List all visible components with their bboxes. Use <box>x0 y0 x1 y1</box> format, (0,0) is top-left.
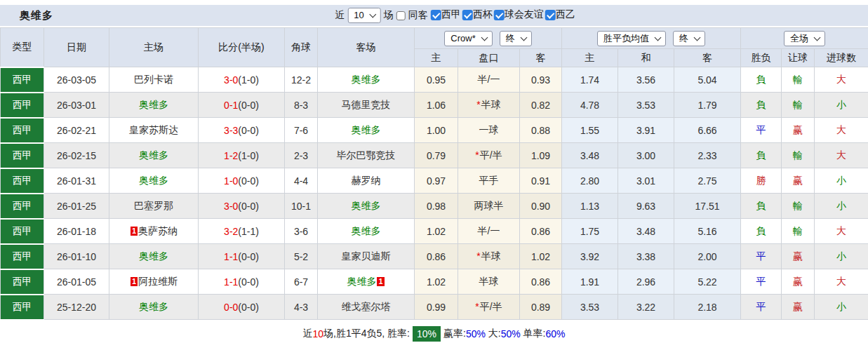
corners-cell: 4-4 <box>285 168 318 194</box>
league-checkbox[interactable] <box>462 10 473 20</box>
summary-text: 近 <box>302 328 312 340</box>
team-name: 赫罗纳 <box>352 175 381 186</box>
bookmaker-select-value: Crow* <box>450 33 475 43</box>
asian-away-odds-cell: 0.90 <box>520 194 562 219</box>
match-history-widget: 奥维多 近 10 场 同客 西甲西杯球会友谊西乙 类型 日期 主场 比分(半场)… <box>0 0 868 348</box>
score-full: 0-1 <box>224 100 238 111</box>
corners-cell: 5-2 <box>285 244 318 269</box>
asian-away-odds-cell: 0.91 <box>520 168 562 194</box>
result-cell: 負 <box>741 93 782 118</box>
score-cell: 0-1(0-0) <box>199 93 285 118</box>
avg-odds-select[interactable]: 胜平负均值 <box>597 31 666 46</box>
result-cell: 負 <box>741 194 782 219</box>
score-cell: 1-1(0-0) <box>199 244 285 269</box>
goals-result-cell: 大 <box>815 143 868 168</box>
score-cell: 3-0(1-0) <box>199 67 285 93</box>
league-filter: 西乙 <box>545 8 575 21</box>
avg-odds-select-value: 胜平负均值 <box>603 33 649 43</box>
goals-result-cell: 大 <box>815 269 868 295</box>
goals-result-cell: 小 <box>815 168 868 194</box>
win-rate-badge: 10% <box>413 326 441 342</box>
same-away-label: 同客 <box>408 9 428 22</box>
away-team-cell: 赫罗纳 <box>318 168 415 194</box>
goals-result-cell: 大 <box>815 219 868 244</box>
score-half: (1-0) <box>238 74 259 86</box>
subcol-avg-away: 客 <box>674 49 741 67</box>
avg-away-odds-cell: 2.75 <box>674 168 741 194</box>
asian-odds-time-value: 终 <box>506 33 515 43</box>
score-cell: 3-0(0-0) <box>199 194 285 219</box>
red-card-badge: 1 <box>131 277 138 286</box>
goals-result-cell: 大 <box>815 67 868 93</box>
away-team-cell: 皇家贝迪斯 <box>318 244 415 269</box>
team-name: 皇家贝迪斯 <box>342 250 391 262</box>
avg-draw-odds-cell: 3.01 <box>618 168 674 194</box>
league-cell: 西甲 <box>1 118 44 143</box>
asian-home-odds-cell: 1.02 <box>415 269 458 295</box>
asian-away-odds-cell: 1.02 <box>520 244 562 269</box>
avg-odds-time-select[interactable]: 终 <box>673 31 705 46</box>
avg-away-odds-cell: 2.33 <box>674 143 741 168</box>
avg-away-odds-cell: 17.51 <box>674 194 741 219</box>
match-table-body: 西甲26-03-05巴列卡诺3-0(1-0)12-2奥维多0.95半/一0.93… <box>1 67 868 320</box>
handicap-line-cell: 一球 <box>458 118 520 143</box>
team-name: 奥维多 <box>352 124 381 135</box>
goals-result-cell: 小 <box>815 244 868 269</box>
team-name: 奥维多 <box>139 149 168 161</box>
avg-home-odds-cell: 3.48 <box>562 143 618 168</box>
page-title: 奥维多 <box>20 9 53 22</box>
handicap-line-cell: *半球 <box>458 244 520 269</box>
league-checkbox[interactable] <box>494 10 505 20</box>
league-checkbox[interactable] <box>431 10 441 20</box>
handicap-result-cell: 赢 <box>782 244 815 269</box>
asian-away-odds-cell: 0.89 <box>520 295 562 320</box>
league-cell: 西甲 <box>1 194 44 219</box>
star-marker: * <box>475 301 479 312</box>
score-full: 1-0 <box>224 175 238 187</box>
asian-home-odds-cell: 0.79 <box>415 143 458 168</box>
summary-text: 场,胜1平4负5, 胜率: <box>323 328 410 340</box>
asian-odds-time-select[interactable]: 终 <box>500 31 532 46</box>
date-cell: 26-01-18 <box>44 219 109 244</box>
red-card-badge: 1 <box>377 277 384 286</box>
team-name: 奥维多 <box>352 74 381 85</box>
asian-home-odds-cell: 1.06 <box>415 93 458 118</box>
score-full: 1-2 <box>224 150 238 161</box>
date-cell: 26-01-31 <box>44 168 109 194</box>
score-cell: 3-2(1-1) <box>199 219 285 244</box>
avg-home-odds-cell: 1.75 <box>562 219 618 244</box>
avg-away-odds-cell: 5.22 <box>674 269 741 295</box>
col-header-type: 类型 <box>1 28 44 67</box>
subcol-avg-draw: 和 <box>618 49 674 67</box>
table-row: 西甲26-01-31奥维多1-0(0-0)4-4赫罗纳0.97平手0.912.8… <box>1 168 868 194</box>
score-half: (1-1) <box>238 226 259 237</box>
near-count-select[interactable]: 10 <box>347 8 380 23</box>
bookmaker-select[interactable]: Crow* <box>444 31 492 46</box>
league-cell: 西甲 <box>1 269 44 295</box>
away-team-cell: 奥维多 <box>318 219 415 244</box>
date-cell: 26-02-15 <box>44 143 109 168</box>
team-name: 维戈塞尔塔 <box>342 301 391 312</box>
date-cell: 26-01-25 <box>44 194 109 219</box>
league-cell: 西甲 <box>1 67 44 93</box>
avg-draw-odds-cell: 3.38 <box>618 244 674 269</box>
col-header-home: 主场 <box>109 28 199 67</box>
summary-text: 50% <box>501 328 521 339</box>
avg-away-odds-cell: 6.66 <box>674 118 741 143</box>
corners-cell: 10-1 <box>285 194 318 219</box>
league-checkbox-label: 西甲 <box>441 8 461 21</box>
score-full: 3-0 <box>224 201 238 212</box>
result-cell: 負 <box>741 143 782 168</box>
star-marker: * <box>475 149 479 161</box>
league-checkbox[interactable] <box>545 10 556 20</box>
period-select[interactable]: 全场 <box>784 31 825 46</box>
away-team-cell: 奥维多1 <box>318 269 415 295</box>
home-team-cell: 皇家苏斯达 <box>109 118 199 143</box>
team-name: 毕尔巴鄂竞技 <box>337 149 396 161</box>
home-team-cell: 巴列卡诺 <box>109 67 199 93</box>
avg-draw-odds-cell: 3.22 <box>618 295 674 320</box>
league-checkbox-label: 西乙 <box>556 8 575 21</box>
same-away-checkbox[interactable] <box>396 11 406 20</box>
col-header-date: 日期 <box>44 28 109 67</box>
handicap-line-cell: 平手 <box>458 168 520 194</box>
